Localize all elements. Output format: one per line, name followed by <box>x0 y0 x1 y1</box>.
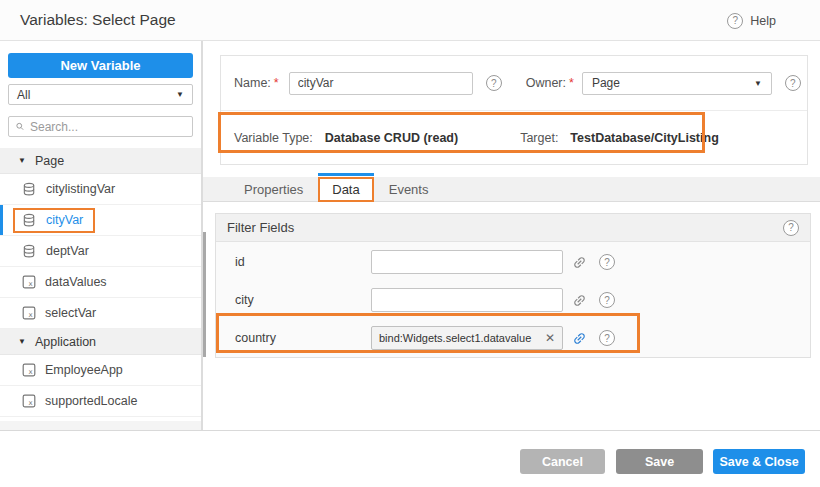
svg-text:x: x <box>28 399 32 407</box>
owner-label: Owner: <box>526 76 566 90</box>
tab-events[interactable]: Events <box>374 177 444 202</box>
page-title: Variables: Select Page <box>20 11 176 29</box>
variable-type-value: Database CRUD (read) <box>325 131 458 145</box>
model-variable-icon: x <box>22 363 36 377</box>
sidebar-item-cityvar[interactable]: cityVar <box>0 205 201 236</box>
required-asterisk: * <box>569 76 574 90</box>
required-asterisk: * <box>274 76 279 90</box>
chevron-down-icon: ▼ <box>754 79 762 88</box>
help-icon: ? <box>727 13 743 29</box>
sidebar-item-supportedlocale[interactable]: x supportedLocale <box>0 386 201 417</box>
tree-section-application[interactable]: ▼ Application <box>0 329 201 355</box>
variable-detail-pane: Name: * ? Owner: * Page ▼ ? Variable Typ… <box>203 41 820 430</box>
variable-summary-panel: Name: * ? Owner: * Page ▼ ? Variable Typ… <box>220 55 808 165</box>
variable-search[interactable] <box>8 116 193 137</box>
list-item-label: EmployeeApp <box>45 363 123 377</box>
filter-fields-header: Filter Fields ? <box>216 214 810 242</box>
database-variable-icon <box>22 244 37 259</box>
selection-highlight-box: cityVar <box>13 208 95 233</box>
new-variable-button[interactable]: New Variable <box>8 53 193 78</box>
name-input[interactable] <box>289 72 473 95</box>
scrollbar[interactable] <box>203 232 206 357</box>
owner-value: Page <box>592 76 620 90</box>
dialog-footer: Cancel Save Save & Close <box>0 430 820 487</box>
owner-select[interactable]: Page ▼ <box>582 72 772 95</box>
model-variable-icon: x <box>22 394 36 408</box>
target-label: Target: <box>520 131 558 145</box>
name-label: Name: <box>234 76 271 90</box>
cancel-button[interactable]: Cancel <box>520 449 605 474</box>
type-target-row: Variable Type: Database CRUD (read) Targ… <box>221 110 807 164</box>
list-item-label: cityVar <box>46 213 83 227</box>
list-item-label: selectVar <box>45 306 96 320</box>
bind-link-icon[interactable] <box>572 255 587 270</box>
binding-expression: bind:Widgets.select1.datavalue <box>379 332 541 344</box>
list-item-label: deptVar <box>46 244 89 258</box>
field-label: city <box>235 293 371 307</box>
field-help-icon[interactable]: ? <box>599 292 615 308</box>
save-button[interactable]: Save <box>616 449 703 474</box>
list-item-label: dataValues <box>45 275 107 289</box>
sidebar-item-employeeapp[interactable]: x EmployeeApp <box>0 355 201 386</box>
sidebar-item-deptvar[interactable]: deptVar <box>0 236 201 267</box>
bind-link-icon[interactable] <box>572 293 587 308</box>
name-owner-row: Name: * ? Owner: * Page ▼ ? <box>221 56 807 110</box>
filter-row-city: city ? <box>216 282 810 318</box>
variable-filter-dropdown[interactable]: All ▼ <box>8 84 193 105</box>
city-field-input[interactable] <box>371 288 563 312</box>
model-variable-icon: x <box>22 306 36 320</box>
dialog-header: Variables: Select Page ? Help <box>0 0 820 41</box>
model-variable-icon: x <box>22 275 36 289</box>
help-button[interactable]: ? Help <box>727 0 776 41</box>
variable-type-label: Variable Type: <box>234 131 313 145</box>
sidebar-item-selectvar[interactable]: x selectVar <box>0 298 201 329</box>
help-label: Help <box>750 14 776 28</box>
variables-dialog: Variables: Select Page ? Help New Variab… <box>0 0 820 487</box>
database-variable-icon <box>22 182 37 197</box>
svg-text:x: x <box>28 280 32 288</box>
tab-data[interactable]: Data <box>318 177 373 202</box>
bind-link-icon-active[interactable] <box>572 331 587 346</box>
list-item-label: supportedLocale <box>45 394 137 408</box>
detail-tabs: Properties Data Events <box>203 171 820 202</box>
variables-sidebar: New Variable All ▼ ▼ Page citylistingVar <box>0 41 203 430</box>
variable-filter-value: All <box>17 88 30 102</box>
sidebar-item-citylistingvar[interactable]: citylistingVar <box>0 174 201 205</box>
field-label: id <box>235 255 371 269</box>
svg-text:x: x <box>28 311 32 319</box>
sidebar-item-datavalues[interactable]: x dataValues <box>0 267 201 298</box>
filter-fields-help-icon[interactable]: ? <box>783 220 799 236</box>
svg-text:x: x <box>28 368 32 376</box>
filter-fields-panel: Filter Fields ? id ? city ? cou <box>215 213 811 358</box>
filter-row-id: id ? <box>216 244 810 280</box>
target-value: TestDatabase/CityListing <box>570 131 718 145</box>
save-and-close-button[interactable]: Save & Close <box>713 449 805 474</box>
list-item-label: citylistingVar <box>46 182 115 196</box>
search-icon <box>16 120 24 133</box>
sidebar-bottom-spacer <box>0 421 201 430</box>
tree-section-page[interactable]: ▼ Page <box>0 148 201 174</box>
owner-help-icon[interactable]: ? <box>785 75 801 91</box>
tree-section-label: Application <box>35 335 96 349</box>
database-variable-icon <box>22 213 37 228</box>
tab-properties[interactable]: Properties <box>229 177 318 202</box>
id-field-input[interactable] <box>371 250 563 274</box>
country-binding-field[interactable]: bind:Widgets.select1.datavalue ✕ <box>371 326 563 350</box>
variables-tree: ▼ Page citylistingVar cityVar <box>0 148 201 417</box>
field-help-icon[interactable]: ? <box>599 330 615 346</box>
chevron-down-icon: ▼ <box>176 90 184 99</box>
name-help-icon[interactable]: ? <box>486 75 502 91</box>
filter-row-country: country bind:Widgets.select1.datavalue ✕… <box>216 320 810 356</box>
clear-binding-icon[interactable]: ✕ <box>545 331 555 345</box>
tree-section-label: Page <box>35 154 64 168</box>
field-help-icon[interactable]: ? <box>599 254 615 270</box>
triangle-down-icon: ▼ <box>18 337 26 346</box>
triangle-down-icon: ▼ <box>18 156 26 165</box>
filter-fields-title: Filter Fields <box>227 220 294 235</box>
field-label: country <box>235 331 371 345</box>
search-input[interactable] <box>30 120 185 134</box>
